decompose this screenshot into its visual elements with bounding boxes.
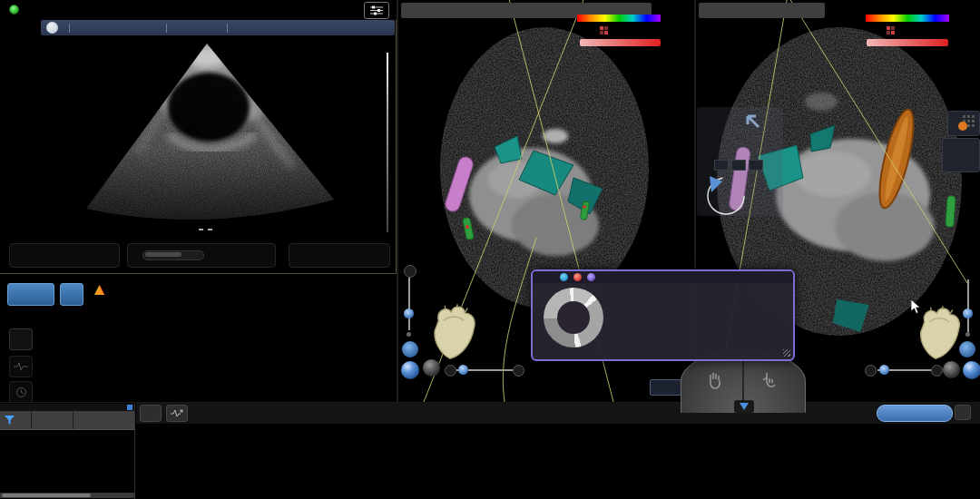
us-image	[0, 36, 397, 238]
ttime-button[interactable]	[600, 26, 612, 34]
fill-slider-thumb[interactable]	[458, 365, 468, 375]
orientation-heart-icon[interactable]	[427, 303, 480, 361]
point-table-header	[0, 411, 134, 430]
la-chamber	[168, 73, 250, 142]
map-selector-right[interactable]	[699, 3, 825, 18]
lesion-grid-icon	[957, 114, 975, 132]
ablation-sites-minipanel[interactable]	[947, 111, 980, 136]
dialog-dot-blue-icon[interactable]	[560, 273, 568, 281]
resize-grip[interactable]	[783, 349, 790, 357]
deflect-down-button[interactable]	[734, 400, 754, 413]
ttime-icon	[600, 26, 608, 34]
curve-dial[interactable]	[702, 172, 748, 216]
ablation-status-dialog[interactable]	[531, 269, 795, 361]
patient-info-bar	[41, 20, 395, 35]
force-history-bars	[714, 160, 763, 171]
lao-readout	[855, 322, 867, 338]
dialog-dot-red-icon[interactable]	[573, 273, 582, 281]
vendor-logo	[46, 22, 58, 34]
ep-workstation: ▲	[0, 0, 980, 499]
store-button[interactable]	[7, 283, 54, 306]
dialog-titlebar[interactable]	[533, 271, 793, 283]
ttime-scale-bar[interactable]	[867, 39, 948, 46]
map-zoom-in-button[interactable]	[404, 265, 416, 278]
settings-button[interactable]	[9, 328, 33, 350]
trackball-icon[interactable]	[943, 361, 960, 378]
color-scale-bar[interactable]	[577, 15, 661, 22]
map-zoom-slider[interactable]	[967, 279, 969, 332]
replay-icon	[15, 386, 27, 398]
gain-control	[127, 243, 276, 268]
echo-panel: ▲	[0, 0, 397, 402]
depth-control	[9, 243, 120, 268]
point-hand-icon	[761, 371, 778, 389]
panel-dock-icon[interactable]	[127, 405, 132, 410]
reference-electrode	[946, 196, 956, 228]
sliders-icon	[369, 5, 384, 15]
waveform-button[interactable]	[9, 356, 33, 377]
ablation-progress-ring	[544, 288, 603, 347]
color-scale-bar[interactable]	[866, 15, 949, 22]
tgc-bar[interactable]	[387, 53, 388, 232]
map-zoom-slider[interactable]	[408, 278, 410, 330]
fill-slider-thumb[interactable]	[879, 365, 889, 375]
swivel-readout	[855, 338, 863, 355]
warning-icon: ▲	[91, 282, 113, 304]
table-scrollbar[interactable]	[0, 493, 134, 498]
fill-plus-button[interactable]	[931, 365, 943, 377]
ttime-button[interactable]	[887, 26, 898, 34]
image-settings-button[interactable]	[364, 2, 389, 19]
fill-minus-button[interactable]	[445, 365, 456, 377]
live-indicator-icon	[9, 5, 19, 15]
replay-button[interactable]	[9, 381, 33, 403]
ttime-icon	[887, 26, 895, 34]
dialog-dot-purple-icon[interactable]	[587, 273, 595, 281]
rotate-globe-icon[interactable]	[401, 361, 419, 379]
ecg-traces[interactable]	[136, 402, 980, 499]
fill-plus-button[interactable]	[513, 365, 524, 377]
pause-button[interactable]	[60, 283, 83, 306]
waveform-icon	[14, 362, 28, 371]
filter-icon[interactable]	[5, 416, 15, 425]
cranial-readout	[479, 334, 491, 350]
trackball-icon[interactable]	[423, 359, 440, 377]
zoom-control	[289, 243, 390, 268]
map-zoom-slider-thumb[interactable]	[404, 308, 414, 318]
mouse-cursor	[911, 299, 922, 315]
point-list-panel	[0, 404, 135, 499]
map-zoom-slider-thumb[interactable]	[963, 308, 973, 318]
settings-minipanel[interactable]	[942, 138, 980, 172]
pan-down-button[interactable]	[402, 341, 418, 357]
grab-hand-icon	[707, 371, 723, 389]
rotate-globe-icon[interactable]	[963, 361, 980, 379]
force-direction-arrow-icon	[744, 113, 766, 134]
contact-force-widget	[697, 107, 783, 216]
fill-minus-button[interactable]	[865, 365, 877, 377]
pan-down-button[interactable]	[959, 341, 975, 357]
cranial-readout	[794, 338, 806, 355]
ttime-scale-bar[interactable]	[580, 39, 661, 46]
triangle-down-icon	[740, 403, 749, 410]
gain-slider[interactable]	[142, 250, 204, 260]
